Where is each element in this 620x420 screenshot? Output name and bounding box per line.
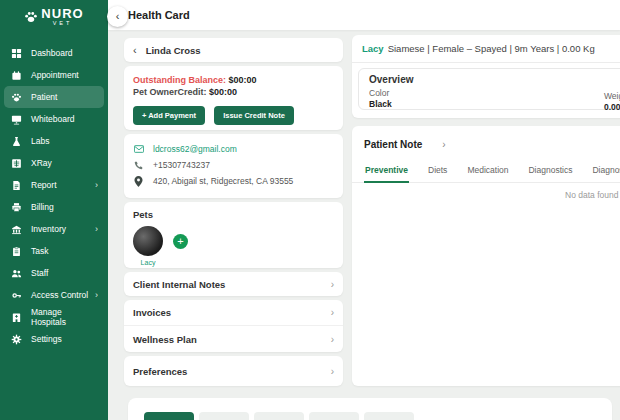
chevron-right-icon: › xyxy=(331,366,334,377)
client-internal-notes-label: Client Internal Notes xyxy=(133,279,225,290)
invoices-label: Invoices xyxy=(133,307,171,318)
chevron-right-icon: › xyxy=(331,279,334,290)
bottom-tab[interactable] xyxy=(309,412,359,420)
sidebar-item-task[interactable]: Task xyxy=(4,240,104,262)
bottom-tab[interactable] xyxy=(364,412,414,420)
chevron-right-icon: › xyxy=(331,307,334,318)
sidebar-item-label: Whiteboard xyxy=(31,114,74,124)
pet-owner-credit-label: Pet OwnerCredit: xyxy=(133,87,207,97)
xray-icon xyxy=(10,157,22,169)
patient-detail-card: Patient Note › Preventive Diets Medicati… xyxy=(352,126,620,386)
bottom-section-card xyxy=(128,398,612,420)
add-pet-button[interactable]: + xyxy=(173,234,188,249)
sidebar-item-label: Billing xyxy=(31,202,54,212)
patient-note-row[interactable]: Patient Note › xyxy=(352,126,620,154)
sidebar-item-manage-hospitals[interactable]: Manage Hospitals xyxy=(4,306,104,328)
sidebar-item-dashboard[interactable]: Dashboard xyxy=(4,42,104,64)
invoices-row[interactable]: Invoices › xyxy=(124,300,343,326)
back-button[interactable]: ‹ xyxy=(133,44,137,56)
overview-box: Overview Color Black Weight 0.00 Kg xyxy=(358,68,620,110)
sidebar-item-label: Report xyxy=(31,180,57,190)
phone-icon xyxy=(133,161,144,170)
sidebar-item-report[interactable]: Report › xyxy=(4,174,104,196)
pet-list-item[interactable]: Lacy xyxy=(133,226,163,266)
pets-section-title: Pets xyxy=(133,209,334,220)
client-header-card: ‹ Linda Cross xyxy=(124,38,343,62)
sidebar-item-label: Inventory xyxy=(31,224,66,234)
sidebar-item-label: Task xyxy=(31,246,48,256)
client-internal-notes-card: Client Internal Notes › xyxy=(124,272,343,296)
invoices-wellness-card: Invoices › Wellness Plan › xyxy=(124,300,343,352)
gear-icon xyxy=(10,333,22,345)
tab-preventive[interactable]: Preventive xyxy=(364,159,409,183)
tab-diets[interactable]: Diets xyxy=(427,159,448,183)
pet-summary-header: Lacy Siamese | Female – Spayed | 9m Year… xyxy=(352,35,620,63)
sidebar-item-patient[interactable]: Patient xyxy=(4,86,104,108)
patient-note-label: Patient Note xyxy=(364,139,422,150)
chevron-right-icon: › xyxy=(95,224,98,234)
empty-state-text: No data found xyxy=(565,190,618,200)
add-payment-button[interactable]: + Add Payment xyxy=(133,106,205,125)
sidebar-item-label: Settings xyxy=(31,334,62,344)
pet-avatar[interactable] xyxy=(133,226,163,256)
sidebar-item-label: XRay xyxy=(31,158,52,168)
sidebar-item-label: Access Control xyxy=(31,290,88,300)
sidebar-collapse-button[interactable]: ‹ xyxy=(107,6,128,27)
bottom-tab-active[interactable] xyxy=(144,412,194,420)
task-icon xyxy=(10,245,22,257)
wellness-plan-row[interactable]: Wellness Plan › xyxy=(124,326,343,352)
brand-name: NURO xyxy=(41,7,83,20)
sidebar: NURO VET Dashboard Appointment Patient W… xyxy=(0,0,108,420)
client-address-row: 420, Abigail st, Ridgecrest, CA 93555 xyxy=(133,173,334,189)
sidebar-item-settings[interactable]: Settings xyxy=(4,328,104,350)
sidebar-item-appointment[interactable]: Appointment xyxy=(4,64,104,86)
report-icon xyxy=(10,179,22,191)
sidebar-item-xray[interactable]: XRay xyxy=(4,152,104,174)
weight-value: 0.00 Kg xyxy=(604,102,620,113)
billing-icon xyxy=(10,201,22,213)
outstanding-balance: Outstanding Balance: $00:00 xyxy=(133,74,334,86)
sidebar-item-billing[interactable]: Billing xyxy=(4,196,104,218)
patient-tabs: Preventive Diets Medication Diagnostics … xyxy=(352,159,620,183)
chevron-left-icon: ‹ xyxy=(116,11,120,22)
outstanding-balance-label: Outstanding Balance: xyxy=(133,75,226,85)
client-phone-row[interactable]: +15307743237 xyxy=(133,157,334,173)
location-pin-icon xyxy=(133,176,144,187)
client-email: ldcross62@gmail.com xyxy=(153,144,237,154)
sidebar-item-whiteboard[interactable]: Whiteboard xyxy=(4,108,104,130)
sidebar-item-label: Patient xyxy=(31,92,57,102)
chevron-right-icon: › xyxy=(95,290,98,300)
preferences-label: Preferences xyxy=(133,366,187,377)
color-value: Black xyxy=(369,99,620,110)
client-email-row[interactable]: ldcross62@gmail.com xyxy=(133,141,334,157)
bottom-tab[interactable] xyxy=(254,412,304,420)
client-internal-notes-row[interactable]: Client Internal Notes › xyxy=(124,272,343,296)
issue-credit-note-button[interactable]: Issue Credit Note xyxy=(214,106,294,125)
sidebar-item-label: Manage Hospitals xyxy=(31,307,98,327)
preferences-row[interactable]: Preferences › xyxy=(124,356,343,386)
pet-overview-card: Lacy Siamese | Female – Spayed | 9m Year… xyxy=(352,35,620,118)
tab-medication[interactable]: Medication xyxy=(466,159,509,183)
hospital-icon xyxy=(10,311,22,323)
sidebar-item-inventory[interactable]: Inventory › xyxy=(4,218,104,240)
top-bar: Health Card xyxy=(108,0,620,30)
app-logo: NURO VET xyxy=(0,0,108,35)
weight-label: Weight xyxy=(604,91,620,102)
pet-owner-credit-value: $00:00 xyxy=(209,87,237,97)
paw-icon xyxy=(10,91,22,103)
sidebar-item-staff[interactable]: Staff xyxy=(4,262,104,284)
sidebar-item-labs[interactable]: Labs xyxy=(4,130,104,152)
chevron-right-icon: › xyxy=(442,139,445,150)
pets-card: Pets Lacy + xyxy=(124,202,343,268)
page-title: Health Card xyxy=(128,9,190,21)
color-label: Color xyxy=(369,88,620,99)
staff-icon xyxy=(10,267,22,279)
chevron-right-icon: › xyxy=(95,180,98,190)
sidebar-item-access-control[interactable]: Access Control › xyxy=(4,284,104,306)
bottom-tabs xyxy=(128,398,612,420)
tab-diagnoses[interactable]: Diagnoses xyxy=(591,159,620,183)
bottom-tab[interactable] xyxy=(199,412,249,420)
tab-diagnostics[interactable]: Diagnostics xyxy=(527,159,573,183)
client-address: 420, Abigail st, Ridgecrest, CA 93555 xyxy=(153,176,293,186)
client-name: Linda Cross xyxy=(146,45,201,56)
